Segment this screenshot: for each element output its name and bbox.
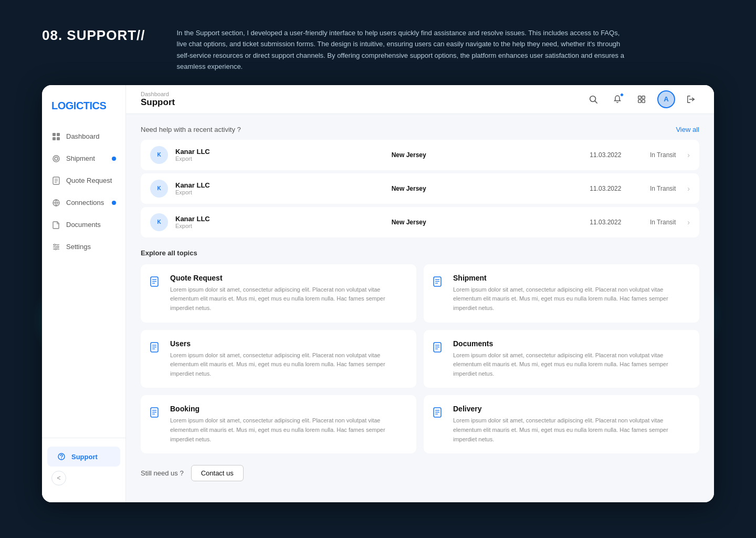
svg-point-17 [55, 248, 57, 250]
company-info: Kanar LLC Export [175, 148, 233, 162]
support-nav-item[interactable]: Support [47, 447, 120, 467]
table-row[interactable]: K Kanar LLC Export New Jersey 11.03.2022… [141, 173, 699, 204]
chevron-right-icon: › [687, 184, 690, 193]
topic-body: Documents Lorem ipsum dolor sit amet, co… [453, 339, 690, 379]
topic-desc: Lorem ipsum dolor sit amet, consectetur … [453, 285, 690, 313]
dashboard-icon [51, 132, 61, 141]
section-description: In the Support section, I developed a us… [177, 27, 628, 73]
topic-title: Users [170, 339, 407, 348]
activity-status: In Transit [634, 219, 676, 226]
topic-card-shipment[interactable]: Shipment Lorem ipsum dolor sit amet, con… [424, 264, 699, 323]
nav-menu: Dashboard Shipment Quote Request [42, 127, 125, 438]
svg-rect-2 [52, 137, 56, 140]
topic-card-delivery[interactable]: Delivery Lorem ipsum dolor sit amet, con… [424, 395, 699, 453]
user-avatar[interactable]: A [657, 90, 675, 108]
company-sub: Export [175, 156, 233, 162]
sidebar-item-documents[interactable]: Documents [42, 215, 125, 235]
company-avatar: K [150, 180, 168, 198]
topic-card-users[interactable]: Users Lorem ipsum dolor sit amet, consec… [141, 330, 416, 388]
svg-rect-3 [57, 137, 60, 140]
view-all-link[interactable]: View all [676, 126, 699, 133]
collapse-icon: < [57, 474, 60, 482]
topic-icon-users [148, 340, 163, 355]
connections-badge [112, 201, 116, 205]
collapse-button[interactable]: < [51, 471, 66, 485]
svg-point-4 [53, 156, 59, 162]
sidebar-item-quote-request[interactable]: Quote Request [42, 171, 125, 191]
company-name: Kanar LLC [175, 181, 233, 189]
topic-title: Quote Request [170, 274, 407, 282]
activity-location: New Jersey [240, 219, 577, 226]
svg-point-19 [61, 458, 62, 459]
breadcrumb: Dashboard Support [141, 91, 175, 108]
documents-icon [51, 220, 61, 230]
contact-us-button[interactable]: Contact us [191, 465, 244, 481]
topic-card-booking[interactable]: Booking Lorem ipsum dolor sit amet, cons… [141, 395, 416, 453]
app-window: LOGICTICS Dashboard Shipment [42, 85, 714, 502]
top-bar: Dashboard Support A [126, 85, 714, 114]
notifications-button[interactable] [609, 91, 626, 108]
support-nav-icon [57, 452, 66, 461]
support-nav-label: Support [71, 453, 98, 461]
svg-point-16 [57, 246, 59, 247]
sidebar-footer: Support < [42, 438, 125, 492]
topic-body: Users Lorem ipsum dolor sit amet, consec… [170, 339, 407, 379]
logo: LOGICTICS [42, 100, 125, 127]
table-row[interactable]: K Kanar LLC Export New Jersey 11.03.2022… [141, 207, 699, 237]
company-name: Kanar LLC [175, 215, 233, 223]
shipment-badge [112, 157, 116, 161]
topic-icon-shipment [431, 275, 446, 289]
company-info: Kanar LLC Export [175, 215, 233, 229]
topics-grid: Quote Request Lorem ipsum dolor sit amet… [141, 264, 699, 453]
recent-activity-label: Need help with a recent activity ? [141, 126, 241, 133]
company-sub: Export [175, 223, 233, 229]
topbar-actions: A [585, 90, 699, 108]
breadcrumb-parent: Dashboard [141, 91, 175, 97]
connections-icon [51, 198, 61, 208]
topic-icon-delivery [431, 406, 446, 420]
company-sub: Export [175, 189, 233, 195]
sidebar-item-connections[interactable]: Connections [42, 193, 125, 213]
activity-date: 11.03.2022 [584, 219, 626, 226]
topic-title: Booking [170, 405, 407, 413]
topics-label: Explore all topics [141, 249, 699, 257]
connections-label: Connections [66, 199, 104, 206]
sidebar-item-dashboard[interactable]: Dashboard [42, 127, 125, 147]
logo-part2: TICS [83, 100, 107, 111]
activity-status: In Transit [634, 151, 676, 159]
quote-request-label: Quote Request [66, 177, 112, 184]
activity-location: New Jersey [240, 185, 577, 192]
topic-body: Shipment Lorem ipsum dolor sit amet, con… [453, 274, 690, 313]
quote-request-icon [51, 176, 61, 185]
sidebar: LOGICTICS Dashboard Shipment [42, 85, 126, 502]
settings-icon [51, 242, 61, 252]
topic-card-documents[interactable]: Documents Lorem ipsum dolor sit amet, co… [424, 330, 699, 388]
breadcrumb-current: Support [141, 97, 175, 108]
svg-point-5 [55, 157, 58, 160]
sidebar-item-settings[interactable]: Settings [42, 237, 125, 257]
svg-rect-0 [52, 133, 56, 136]
topic-icon-booking [148, 406, 163, 420]
still-need-label: Still need us ? [141, 469, 184, 477]
topic-desc: Lorem ipsum dolor sit amet, consectetur … [453, 416, 690, 444]
sidebar-item-shipment[interactable]: Shipment [42, 149, 125, 169]
activity-status: In Transit [634, 185, 676, 192]
table-row[interactable]: K Kanar LLC Export New Jersey 11.03.2022… [141, 140, 699, 170]
topic-card-quote-request[interactable]: Quote Request Lorem ipsum dolor sit amet… [141, 264, 416, 323]
search-button[interactable] [585, 91, 602, 108]
topic-body: Delivery Lorem ipsum dolor sit amet, con… [453, 405, 690, 444]
svg-rect-1 [57, 133, 60, 136]
topic-body: Booking Lorem ipsum dolor sit amet, cons… [170, 405, 407, 444]
recent-activity-header: Need help with a recent activity ? View … [141, 126, 699, 133]
dashboard-label: Dashboard [66, 132, 100, 140]
page-footer: Still need us ? Contact us [141, 465, 699, 487]
documents-label: Documents [66, 221, 101, 229]
page-body: Need help with a recent activity ? View … [126, 114, 714, 502]
topic-desc: Lorem ipsum dolor sit amet, consectetur … [170, 416, 407, 444]
shipment-label: Shipment [66, 154, 95, 162]
svg-rect-23 [642, 96, 645, 98]
grid-button[interactable] [633, 91, 650, 108]
logout-button[interactable] [682, 91, 699, 108]
svg-rect-25 [642, 100, 645, 102]
activity-list: K Kanar LLC Export New Jersey 11.03.2022… [141, 140, 699, 237]
